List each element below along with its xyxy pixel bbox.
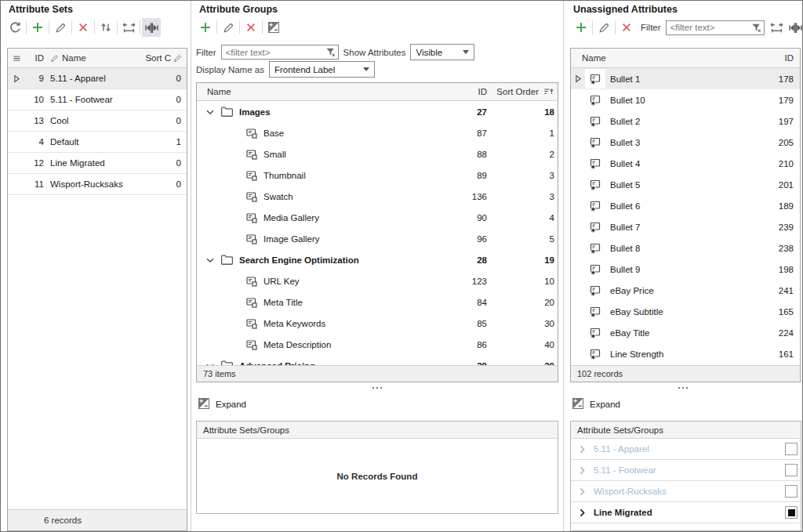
set-group-row[interactable]: Line Migrated bbox=[571, 502, 801, 523]
add-button[interactable] bbox=[572, 18, 590, 37]
display-name-value: Frontend Label bbox=[274, 65, 357, 74]
attribute-row[interactable]: Small882 bbox=[197, 143, 558, 165]
sort-rows-button[interactable] bbox=[96, 18, 115, 37]
edit-button[interactable] bbox=[219, 18, 238, 37]
tree-id-cell: 90 bbox=[432, 213, 487, 223]
chevron-down-icon bbox=[205, 107, 220, 118]
unassigned-attribute-row[interactable]: Bullet 6189 bbox=[571, 195, 800, 216]
attribute-set-row[interactable]: 105.11 - Footwear0 bbox=[8, 89, 187, 110]
attribute-row[interactable]: Swatch1363 bbox=[197, 186, 558, 207]
unassigned-toolbar: Filter bbox=[564, 17, 802, 38]
attribute-set-row[interactable]: 11Wisport-Rucksaks0 bbox=[8, 174, 187, 195]
attribute-group-folder-row[interactable]: Images2718 bbox=[197, 101, 558, 122]
chevron-right-icon bbox=[577, 465, 588, 476]
unassigned-attribute-row[interactable]: Bullet 4210 bbox=[571, 153, 800, 174]
expand-collapse-button[interactable] bbox=[264, 18, 283, 37]
horizontal-splitter[interactable] bbox=[564, 383, 802, 393]
delete-button[interactable] bbox=[74, 18, 93, 37]
column-header-sort-order[interactable]: Sort Order bbox=[487, 87, 539, 96]
set-group-row[interactable]: Wisport-Rucksaks bbox=[571, 481, 801, 502]
refresh-button[interactable] bbox=[5, 18, 24, 37]
column-header-name[interactable]: Name bbox=[62, 53, 145, 63]
unassigned-attribute-row[interactable]: Bullet 3205 bbox=[571, 132, 800, 153]
show-attributes-value: Visible bbox=[416, 48, 456, 57]
unassigned-attribute-row[interactable]: Bullet 7239 bbox=[571, 216, 800, 237]
attribute-group-folder-row[interactable]: Search Engine Optimization2819 bbox=[197, 249, 558, 270]
chevron-down-icon bbox=[363, 67, 369, 71]
set-group-checkbox[interactable] bbox=[785, 485, 798, 498]
attribute-row[interactable]: Image Gallery965 bbox=[197, 228, 558, 249]
unassigned-attribute-row[interactable]: Bullet 5201 bbox=[571, 174, 800, 195]
column-chooser-icon bbox=[145, 21, 158, 34]
fit-columns-button[interactable] bbox=[119, 18, 138, 37]
delete-button[interactable] bbox=[617, 18, 636, 37]
expand-toggle[interactable]: Expand bbox=[572, 397, 620, 411]
attribute-set-row[interactable]: 13Cool0 bbox=[8, 110, 187, 132]
unassigned-attribute-row[interactable]: Bullet 1178 bbox=[571, 68, 800, 89]
unassigned-attribute-row[interactable]: Bullet 10179 bbox=[571, 89, 800, 110]
unassigned-attribute-row[interactable]: Line Strength161 bbox=[571, 343, 800, 364]
column-chooser-button[interactable] bbox=[787, 18, 803, 37]
attribute-group-folder-row[interactable]: Advanced Pricing2920 bbox=[197, 355, 558, 365]
filter-clear-icon[interactable] bbox=[325, 46, 336, 60]
fit-columns-button[interactable] bbox=[768, 18, 787, 37]
set-sort-cell: 0 bbox=[150, 116, 187, 125]
edit-button[interactable] bbox=[594, 18, 613, 37]
record-count: 6 records bbox=[8, 516, 82, 525]
column-header-id[interactable]: ID bbox=[25, 53, 44, 63]
horizontal-splitter[interactable] bbox=[191, 383, 563, 393]
delete-button[interactable] bbox=[242, 18, 260, 37]
tree-node-label: Meta Description bbox=[263, 340, 331, 349]
unassigned-attribute-row[interactable]: Bullet 2197 bbox=[571, 110, 800, 132]
tree-name-cell: URL Key bbox=[197, 275, 432, 288]
unassigned-attribute-row[interactable]: eBay Price241 bbox=[571, 280, 800, 301]
tree-sort-order-cell: 3 bbox=[487, 192, 558, 201]
attribute-set-row[interactable]: 95.11 - Apparel0 bbox=[8, 68, 187, 89]
add-button[interactable] bbox=[28, 18, 47, 37]
column-header-id[interactable]: ID bbox=[432, 87, 487, 96]
column-header-id[interactable]: ID bbox=[756, 53, 800, 63]
expand-toggle[interactable]: Expand bbox=[198, 397, 246, 411]
attribute-row[interactable]: URL Key12310 bbox=[197, 270, 558, 291]
set-group-checkbox[interactable] bbox=[785, 443, 798, 455]
attribute-id-cell: 189 bbox=[756, 201, 800, 211]
add-button[interactable] bbox=[196, 18, 215, 37]
attribute-set-row[interactable]: 12Line Migrated0 bbox=[8, 153, 187, 174]
attribute-icon bbox=[245, 212, 263, 224]
tree-name-cell: Meta Keywords bbox=[197, 317, 432, 330]
sort-indicator-icon[interactable] bbox=[539, 86, 558, 97]
set-group-row[interactable]: 5.11 - Footwear bbox=[571, 460, 801, 481]
set-group-checkbox[interactable] bbox=[785, 506, 798, 519]
attribute-icon bbox=[245, 233, 263, 245]
edit-button[interactable] bbox=[51, 18, 70, 37]
groups-filter-input[interactable] bbox=[221, 45, 339, 60]
column-header-sort[interactable]: Sort C bbox=[145, 53, 171, 63]
attribute-name-cell: Bullet 8 bbox=[605, 244, 756, 253]
column-chooser-button[interactable] bbox=[142, 18, 161, 37]
attribute-row[interactable]: Base871 bbox=[197, 122, 558, 143]
tree-id-cell: 85 bbox=[432, 319, 487, 328]
unassigned-attribute-row[interactable]: Bullet 9198 bbox=[571, 259, 800, 280]
unassigned-attribute-row[interactable]: eBay Title224 bbox=[571, 322, 800, 343]
show-attributes-dropdown[interactable]: Visible bbox=[410, 44, 474, 60]
attribute-row[interactable]: Meta Keywords8530 bbox=[197, 313, 558, 334]
set-group-checkbox[interactable] bbox=[785, 464, 798, 476]
attribute-set-row[interactable]: 4Default1 bbox=[8, 132, 187, 153]
attribute-row[interactable]: Meta Title8420 bbox=[197, 291, 558, 313]
set-group-row[interactable]: 5.11 - Apparel bbox=[571, 439, 801, 460]
unassigned-attribute-row[interactable]: Bullet 8238 bbox=[571, 237, 800, 259]
column-header-name[interactable]: Name bbox=[571, 53, 756, 63]
expand-label: Expand bbox=[590, 400, 620, 409]
add-icon bbox=[575, 21, 587, 34]
tree-name-cell: Search Engine Optimization bbox=[197, 253, 432, 266]
unassigned-attribute-row[interactable]: eBay Subtitle165 bbox=[571, 301, 800, 322]
attribute-name-cell: Line Strength bbox=[605, 349, 756, 359]
column-header-name[interactable]: Name bbox=[197, 87, 432, 96]
tree-node-label: Meta Keywords bbox=[263, 319, 325, 328]
filter-clear-icon[interactable] bbox=[750, 22, 762, 35]
fit-columns-icon bbox=[770, 21, 783, 34]
attribute-row[interactable]: Thumbnail893 bbox=[197, 165, 558, 186]
attribute-row[interactable]: Media Gallery904 bbox=[197, 207, 558, 228]
display-name-dropdown[interactable]: Frontend Label bbox=[269, 61, 375, 78]
attribute-row[interactable]: Meta Description8640 bbox=[197, 334, 558, 355]
